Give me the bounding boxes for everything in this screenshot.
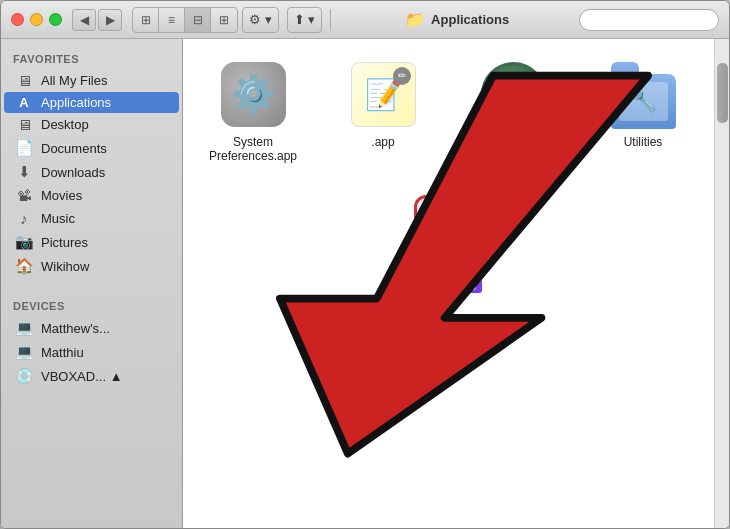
sidebar-item-label: Applications — [41, 95, 111, 110]
sidebar-item-all-my-files[interactable]: 🖥 All My Files — [4, 69, 179, 92]
nav-arrows: ◀ ▶ — [72, 9, 122, 31]
time-machine-icon: 🕐 — [481, 62, 546, 127]
time-machine-icon-wrapper: 🕐 — [478, 59, 548, 129]
file-item-system-preferences[interactable]: ⚙️ SystemPreferences.app — [203, 59, 303, 293]
titlebar: ◀ ▶ ⊞ ≡ ⊟ ⊞ ⚙ ▾ ⬆ ▾ 📁 Applications 🔍 — [1, 1, 729, 39]
share-button[interactable]: ⬆ ▾ — [287, 7, 323, 33]
sidebar-item-desktop[interactable]: 🖥 Desktop — [4, 113, 179, 136]
minimize-button[interactable] — [30, 13, 43, 26]
content-area: ⚙️ SystemPreferences.app 📝 ✏ .app — [183, 39, 714, 528]
devices-label: DEVICES — [1, 294, 182, 316]
vboxad-device-icon: 💿 — [14, 367, 34, 385]
sidebar-item-vboxad[interactable]: 💿 VBOXAD... ▲ — [4, 364, 179, 388]
viber-phone-svg — [433, 214, 473, 254]
scrollbar-thumb[interactable] — [717, 63, 728, 123]
icon-view-button[interactable]: ⊞ — [133, 8, 159, 32]
sidebar-item-label: Matthew's... — [41, 321, 110, 336]
viber-app-icon — [421, 202, 486, 267]
forward-button[interactable]: ▶ — [98, 9, 122, 31]
sidebar-item-matthew[interactable]: 💻 Matthew's... — [4, 316, 179, 340]
sidebar-item-label: Matthiu — [41, 345, 84, 360]
sidebar-item-label: Downloads — [41, 165, 105, 180]
sidebar-item-downloads[interactable]: ⬇ Downloads — [4, 160, 179, 184]
sidebar-item-label: VBOXAD... ▲ — [41, 369, 123, 384]
finder-window: ◀ ▶ ⊞ ≡ ⊟ ⊞ ⚙ ▾ ⬆ ▾ 📁 Applications 🔍 FAV… — [0, 0, 730, 529]
sidebar-item-label: Movies — [41, 188, 82, 203]
documents-icon: 📄 — [14, 139, 34, 157]
movies-icon: 📽 — [14, 187, 34, 204]
file-grid: ⚙️ SystemPreferences.app 📝 ✏ .app — [203, 59, 694, 293]
sidebar-item-pictures[interactable]: 📷 Pictures — [4, 230, 179, 254]
matthiu-device-icon: 💻 — [14, 343, 34, 361]
file-label: SystemPreferences.app — [209, 135, 297, 163]
coverflow-view-button[interactable]: ⊞ — [211, 8, 237, 32]
search-wrapper: 🔍 — [579, 9, 719, 31]
title-folder-icon: 📁 — [405, 10, 425, 29]
all-my-files-icon: 🖥 — [14, 72, 34, 89]
matthew-device-icon: 💻 — [14, 319, 34, 337]
file-label: .app — [371, 135, 394, 149]
utilities-folder-inner: 🔧 — [619, 82, 668, 121]
search-input[interactable] — [579, 9, 719, 31]
close-button[interactable] — [11, 13, 24, 26]
sidebar-item-label: All My Files — [41, 73, 107, 88]
file-label: Utilities — [624, 135, 663, 149]
maximize-button[interactable] — [49, 13, 62, 26]
sidebar-item-label: Desktop — [41, 117, 89, 132]
viber-highlight-border — [414, 195, 493, 274]
utilities-folder-icon: 🔧 — [611, 74, 676, 129]
main-area: FAVORITES 🖥 All My Files A Applications … — [1, 39, 729, 528]
viber-icon-wrapper — [418, 199, 488, 269]
scrollbar[interactable] — [714, 39, 729, 528]
back-button[interactable]: ◀ — [72, 9, 96, 31]
action-button[interactable]: ⚙ ▾ — [242, 7, 279, 33]
sidebar-item-wikihow[interactable]: 🏠 Wikihow — [4, 254, 179, 278]
sidebar-item-label: Pictures — [41, 235, 88, 250]
sidebar: FAVORITES 🖥 All My Files A Applications … — [1, 39, 183, 528]
desktop-icon: 🖥 — [14, 116, 34, 133]
window-title-area: 📁 Applications — [335, 10, 579, 29]
sidebar-item-documents[interactable]: 📄 Documents — [4, 136, 179, 160]
file-item-viber[interactable]: Viber.app — [403, 199, 503, 293]
pictures-icon: 📷 — [14, 233, 34, 251]
sidebar-item-label: Documents — [41, 141, 107, 156]
column-view-button[interactable]: ⊟ — [185, 8, 211, 32]
file-label: Time Machine.ap — [467, 135, 559, 149]
wikihow-icon: 🏠 — [14, 257, 34, 275]
sidebar-item-music[interactable]: ♪ Music — [4, 207, 179, 230]
system-preferences-icon: ⚙️ — [221, 62, 286, 127]
system-preferences-icon-wrapper: ⚙️ — [218, 59, 288, 129]
favorites-label: FAVORITES — [1, 47, 182, 69]
traffic-lights — [11, 13, 62, 26]
sidebar-item-movies[interactable]: 📽 Movies — [4, 184, 179, 207]
utilities-icon-wrapper: 🔧 — [608, 59, 678, 129]
svg-point-1 — [435, 216, 471, 252]
sidebar-item-label: Wikihow — [41, 259, 89, 274]
sidebar-item-applications[interactable]: A Applications — [4, 92, 179, 113]
list-view-button[interactable]: ≡ — [159, 8, 185, 32]
view-buttons: ⊞ ≡ ⊟ ⊞ — [132, 7, 238, 33]
sidebar-item-label: Music — [41, 211, 75, 226]
file-item-utilities[interactable]: 🔧 Utilities — [593, 59, 693, 293]
doc-app-icon-wrapper: 📝 ✏ — [348, 59, 418, 129]
window-title: Applications — [431, 12, 509, 27]
toolbar-separator — [330, 9, 331, 31]
applications-icon: A — [14, 95, 34, 110]
viber-app-label: Viber.app — [424, 279, 482, 293]
music-icon: ♪ — [14, 210, 34, 227]
downloads-icon: ⬇ — [14, 163, 34, 181]
sidebar-item-matthiu[interactable]: 💻 Matthiu — [4, 340, 179, 364]
